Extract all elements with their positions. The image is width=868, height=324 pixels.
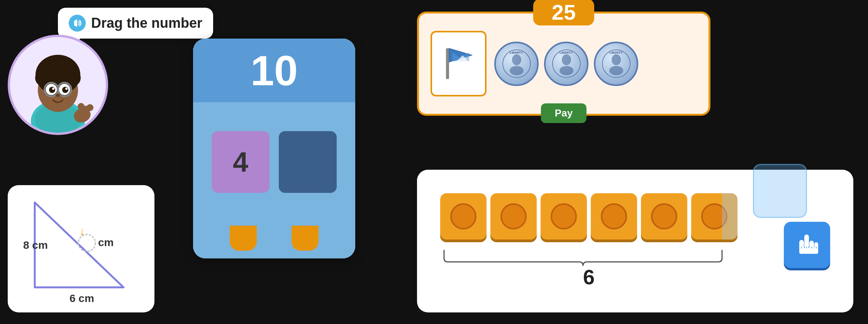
triangle-card: 8 cm 6 cm ↓ cm (8, 185, 154, 312)
payment-flag-box (431, 31, 487, 96)
brace-area: 6 (440, 246, 737, 289)
svg-text:LIBERTY: LIBERTY (559, 51, 573, 54)
block-6 (691, 193, 737, 240)
sound-icon[interactable] (69, 15, 86, 32)
svg-point-10 (50, 60, 66, 76)
svg-text:cm: cm (98, 236, 114, 248)
calendar-card: 10 4 (193, 39, 355, 258)
calendar-foot-right (292, 226, 319, 251)
speech-bubble: Drag the number (58, 8, 213, 39)
blocks-card: 6 (417, 170, 853, 312)
coin-2: LIBERTY (544, 42, 588, 86)
calendar-foot-left (230, 226, 257, 251)
svg-point-37 (510, 66, 524, 75)
block-2 (490, 193, 537, 240)
svg-point-24 (78, 103, 85, 110)
coin-3: LIBERTY (594, 42, 638, 86)
svg-point-41 (559, 66, 573, 75)
calendar-header: 10 (193, 39, 355, 102)
blocks-count-label: 6 (440, 265, 737, 289)
block-1 (440, 193, 487, 240)
coins-row: LIBERTY LIBERTY (494, 42, 697, 86)
ghost-block (753, 164, 807, 218)
svg-text:8 cm: 8 cm (23, 239, 48, 251)
payment-card: 25 (417, 12, 710, 116)
calendar-tile-empty[interactable] (279, 131, 337, 193)
triangle-content: 8 cm 6 cm ↓ cm (23, 195, 139, 303)
payment-price-badge: 25 (533, 0, 594, 25)
main-scene: Drag the number (0, 0, 868, 324)
character-area: Drag the number (8, 8, 170, 135)
svg-text:LIBERTY: LIBERTY (609, 51, 623, 54)
svg-point-29 (78, 235, 95, 251)
pay-button[interactable]: Pay (541, 103, 587, 123)
svg-point-23 (86, 104, 93, 111)
svg-point-13 (49, 87, 55, 93)
svg-marker-0 (74, 19, 77, 27)
svg-point-40 (562, 54, 571, 65)
svg-rect-31 (446, 48, 449, 79)
payment-content: LIBERTY LIBERTY (419, 14, 709, 114)
drag-cursor[interactable] (784, 222, 830, 268)
coin-1: LIBERTY (494, 42, 539, 86)
svg-text:LIBERTY: LIBERTY (510, 51, 523, 54)
block-4 (591, 193, 637, 240)
svg-point-44 (612, 54, 621, 65)
svg-point-16 (65, 88, 68, 90)
svg-point-20 (56, 94, 60, 97)
calendar-header-number: 10 (251, 49, 298, 92)
svg-text:6 cm: 6 cm (70, 292, 94, 303)
block-5 (641, 193, 687, 240)
block-3 (541, 193, 587, 240)
character-avatar (8, 35, 108, 135)
blocks-section: 6 (440, 193, 737, 289)
calendar-body: 4 (193, 102, 355, 222)
calendar-feet (193, 222, 355, 258)
svg-point-36 (512, 54, 521, 65)
svg-point-45 (609, 66, 623, 75)
drag-target-area[interactable] (784, 214, 830, 268)
svg-rect-47 (804, 235, 809, 248)
svg-point-15 (52, 88, 54, 90)
bubble-text: Drag the number (91, 15, 202, 31)
svg-point-14 (62, 87, 68, 93)
svg-rect-51 (799, 248, 818, 254)
blocks-row (440, 193, 737, 240)
calendar-tile-four[interactable]: 4 (212, 131, 270, 193)
